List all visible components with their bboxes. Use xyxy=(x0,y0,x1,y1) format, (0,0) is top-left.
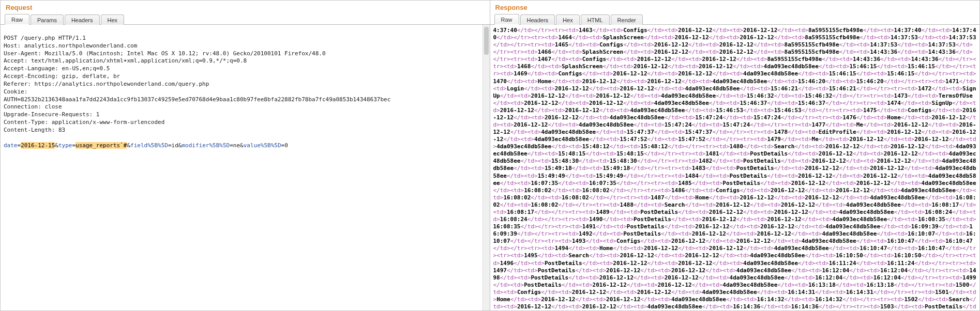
request-tabs: RawParamsHeadersHex xyxy=(1,13,490,25)
tab-hex[interactable]: Hex xyxy=(556,14,580,25)
request-raw-content[interactable]: POST /query.php HTTP/1.1 Host: analytics… xyxy=(1,25,490,310)
body-val-modifier: ne xyxy=(233,142,240,149)
request-body-line: date=2016-12-15&type=usage_reports`#&fie… xyxy=(4,142,288,149)
body-key-field: field%5B%5D xyxy=(130,142,168,149)
request-scrollbar[interactable] xyxy=(483,25,490,310)
request-scroll-thumb[interactable] xyxy=(484,27,489,55)
response-raw-content[interactable]: 4:37:40</td></tr><tr><td>1463</td><td>Co… xyxy=(490,25,980,310)
response-pane: Response RawHeadersHexHTMLRender 4:37:40… xyxy=(490,1,980,310)
request-pane: Request RawParamsHeadersHex POST /query.… xyxy=(1,1,490,310)
request-headers-text: POST /query.php HTTP/1.1 Host: analytics… xyxy=(4,35,390,133)
tab-render[interactable]: Render xyxy=(611,14,643,25)
response-tabs: RawHeadersHexHTMLRender xyxy=(490,13,980,25)
response-title: Response xyxy=(490,1,980,13)
body-key-modifier: modifier%5B%5D xyxy=(182,142,230,149)
app-root: Request RawParamsHeadersHex POST /query.… xyxy=(0,0,980,311)
body-val-date: 2016-12-15 xyxy=(21,142,55,149)
body-key-date: date xyxy=(4,142,18,149)
request-title: Request xyxy=(1,1,490,13)
tab-html[interactable]: HTML xyxy=(581,14,610,25)
tab-headers[interactable]: Headers xyxy=(65,14,100,25)
body-val-field: id xyxy=(172,142,178,149)
body-val-value: 0 xyxy=(284,142,288,149)
tab-raw[interactable]: Raw xyxy=(494,14,519,25)
tab-headers[interactable]: Headers xyxy=(520,14,555,25)
tab-hex[interactable]: Hex xyxy=(101,14,125,25)
tab-raw[interactable]: Raw xyxy=(5,14,29,25)
tab-params[interactable]: Params xyxy=(31,14,64,25)
body-key-value: value%5B%5D xyxy=(244,142,281,149)
body-key-type: type xyxy=(58,142,72,149)
body-val-type: usage_reports`# xyxy=(76,142,127,149)
